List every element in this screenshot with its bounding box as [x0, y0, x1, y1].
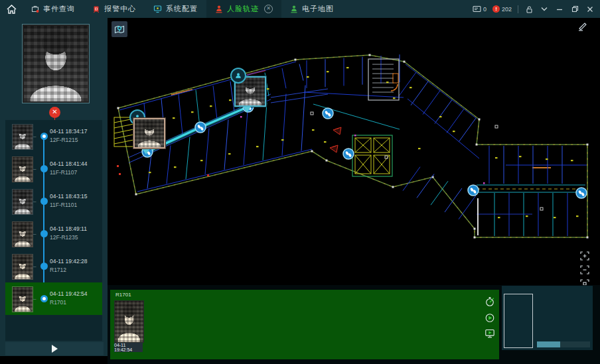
timeline-node: [40, 263, 48, 270]
timeline-time: 04-11 18:49:11: [50, 225, 87, 232]
map-face-popup[interactable]: [234, 76, 265, 113]
timeline-time: 04-11 19:42:54: [50, 290, 88, 297]
zoom-out-icon[interactable]: [580, 265, 589, 274]
top-bar: 事件查询 报警中心 系统配置: [0, 0, 600, 18]
application-window: 事件查询 报警中心 系统配置: [0, 0, 600, 364]
timeline-item[interactable]: –04-11 19:42:28R1712: [5, 250, 102, 282]
progress-bar[interactable]: [537, 341, 590, 347]
target-face-photo: [22, 24, 90, 103]
play-icon: [52, 345, 58, 353]
restore-icon: [571, 5, 579, 13]
timeline-node: [40, 198, 48, 205]
timeline-item[interactable]: –04-11 18:41:4411F-R1107: [5, 152, 102, 185]
alarm-icon: [92, 5, 100, 13]
briefcase-icon: [31, 5, 39, 13]
trajectory-marker[interactable]: [195, 122, 206, 133]
face-track-icon: [215, 5, 223, 13]
face-thumbnail: [12, 286, 33, 312]
timeline-time: 04-11 18:34:17: [50, 128, 88, 135]
tab-label: 报警中心: [104, 4, 136, 14]
trajectory-timeline: –04-11 18:34:1712F-R1215–04-11 18:41:441…: [5, 120, 102, 341]
tab-bar: 事件查询 报警中心 系统配置: [23, 0, 342, 18]
timeline-location: 12F-R1215: [50, 137, 88, 143]
connector-dash: –: [33, 296, 36, 302]
video-play-icon[interactable]: [485, 328, 495, 339]
timeline-text: 04-11 18:43:1511F-R1101: [50, 193, 88, 208]
timeline-location: 12F-R1235: [50, 234, 87, 241]
playback-panel: [502, 286, 593, 350]
lock-button[interactable]: [524, 5, 534, 14]
capture-time: 04-11 19:42:54: [114, 343, 143, 352]
timeline-item[interactable]: –04-11 18:43:1511F-R1101: [5, 185, 102, 217]
progress-fill: [537, 341, 560, 347]
face-thumbnail: [12, 156, 33, 182]
timeline-time: 04-11 19:42:28: [50, 258, 88, 265]
restore-button[interactable]: [570, 5, 579, 14]
trajectory-marker[interactable]: [343, 149, 354, 159]
trajectory-marker[interactable]: [468, 185, 479, 196]
face-thumbnail: [12, 189, 33, 215]
tab-electronic-map[interactable]: 电子地图: [281, 0, 342, 18]
timeline-location: R1712: [50, 267, 88, 273]
connector-dash: –: [33, 198, 36, 204]
pen-icon: [577, 21, 588, 32]
popup-tail: [142, 149, 150, 154]
timeline-text: 04-11 18:34:1712F-R1215: [50, 128, 88, 143]
timeline-location: R1701: [50, 299, 88, 306]
timeline-node: [40, 133, 48, 140]
pixelated-portrait: [24, 26, 88, 101]
tab-event-query[interactable]: 事件查询: [23, 0, 84, 18]
minimize-icon: [556, 6, 563, 13]
popup-face-photo: [133, 118, 165, 149]
floor-plan-map[interactable]: [108, 18, 600, 285]
map-zoom-controls: [580, 251, 589, 288]
message-counter[interactable]: 0: [473, 5, 487, 13]
timeline-item[interactable]: –04-11 18:34:1712F-R1215: [5, 120, 102, 152]
timeline-time: 04-11 18:41:44: [50, 160, 88, 167]
alert-counter[interactable]: ! 202: [492, 5, 512, 13]
capture-face-photo: [114, 300, 144, 343]
minimize-button[interactable]: [555, 5, 564, 14]
zoom-in-icon[interactable]: [580, 251, 589, 261]
close-tab-icon[interactable]: ✕: [264, 5, 273, 13]
map-person-icon: [290, 5, 298, 13]
timeline-item[interactable]: –04-11 19:42:54R1701: [5, 282, 102, 315]
timeline-location: 11F-R1101: [50, 202, 88, 208]
tab-label: 事件查询: [43, 4, 75, 14]
collapse-button[interactable]: [540, 5, 549, 14]
face-thumbnail: [12, 124, 33, 150]
left-sidebar: ✕ –04-11 18:34:1712F-R1215–04-11 18:41:4…: [0, 18, 108, 356]
timeline-text: 04-11 18:49:1112F-R1235: [50, 225, 87, 241]
timeline-item[interactable]: –04-11 18:49:1112F-R1235: [5, 217, 102, 250]
timer-icon[interactable]: [485, 296, 495, 307]
timeline-node: [40, 230, 48, 237]
timeline-text: 04-11 19:42:54R1701: [50, 290, 88, 306]
alert-count-icon: !: [492, 5, 500, 13]
play-trajectory-button[interactable]: [5, 342, 104, 355]
timeline-text: 04-11 18:41:4411F-R1107: [50, 160, 88, 176]
tab-face-trajectory[interactable]: 人脸轨迹 ✕: [206, 0, 281, 18]
pen-tool-button[interactable]: [577, 21, 588, 32]
map-face-popup[interactable]: [133, 118, 164, 154]
map-layers-button[interactable]: [112, 21, 127, 37]
capture-actions: [485, 296, 495, 339]
remove-target-button[interactable]: ✕: [49, 107, 60, 118]
capture-thumbnail[interactable]: 04-11 19:42:54: [114, 300, 143, 352]
connector-dash: –: [33, 231, 36, 237]
tab-system-config[interactable]: 系统配置: [145, 0, 206, 18]
tab-label: 系统配置: [166, 4, 198, 14]
close-button[interactable]: [585, 5, 595, 14]
chevron-down-icon: [541, 7, 548, 11]
map-pin-button-icon: [114, 24, 125, 34]
tab-label: 人脸轨迹: [227, 4, 259, 14]
tab-alarm-center[interactable]: 报警中心: [84, 0, 145, 18]
replay-icon[interactable]: [485, 312, 495, 323]
alert-count: 202: [502, 6, 512, 13]
home-button[interactable]: [0, 5, 23, 14]
trajectory-marker[interactable]: [323, 108, 333, 119]
tab-label: 电子地图: [302, 4, 334, 14]
close-icon: [587, 6, 593, 13]
message-count-icon: [473, 5, 481, 13]
trajectory-marker[interactable]: [576, 188, 587, 198]
timeline-list: –04-11 18:34:1712F-R1215–04-11 18:41:441…: [5, 120, 102, 315]
